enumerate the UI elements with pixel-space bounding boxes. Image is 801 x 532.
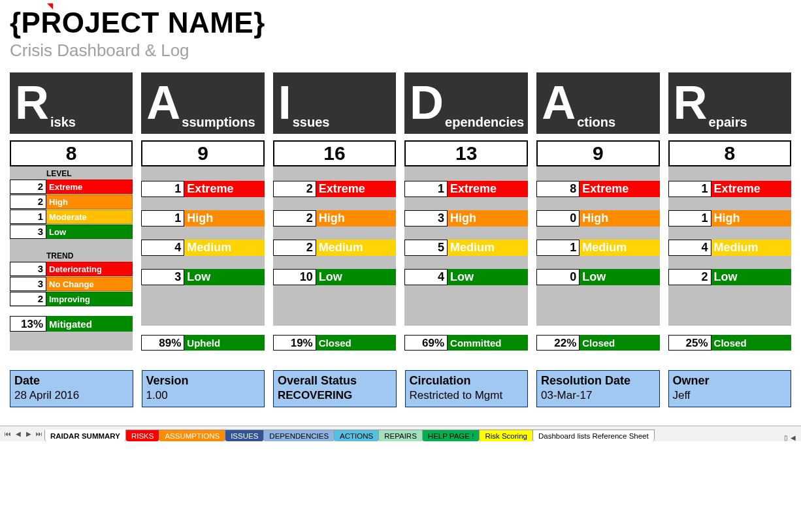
trend-row: 3No Change [10,277,133,291]
level-row: 1Medium [536,240,659,256]
level-row: 5Medium [404,240,528,256]
raidar-column-repairs: Repairs81Extreme1High4Medium2Low25%Close… [668,72,791,351]
level-count: 1 [141,181,184,197]
info-box-circulation: CirculationRestricted to Mgmt [405,370,529,407]
level-label: Low [184,269,264,285]
raidar-column-dependencies: Dependencies131Extreme3High5Medium4Low69… [404,72,528,351]
info-label: Resolution Date [541,373,655,388]
level-label: High [46,195,133,209]
level-count: 4 [668,240,711,256]
level-label: Extreme [46,180,133,194]
level-count: 3 [10,225,46,239]
level-label: High [580,210,659,227]
header-word: isks [50,115,76,134]
percent-label: Closed [580,335,659,351]
percent-value: 69% [404,335,448,351]
level-header: LEVEL [10,166,133,180]
page-subtitle: Crisis Dashboard & Log [10,40,791,61]
tab-nav-last-icon[interactable]: ⏭ [34,427,44,441]
level-count: 5 [404,240,448,256]
trend-header: TREND [10,240,133,262]
level-row: 2High [10,195,133,209]
info-box-date: Date28 April 2016 [10,370,133,407]
level-row: 10Low [273,269,396,285]
sheet-tab-dependencies[interactable]: DEPENDENCIES [263,430,335,441]
sheet-tab-issues[interactable]: ISSUES [225,430,264,441]
level-label: Extreme [316,181,396,197]
info-value: Jeff [673,388,787,403]
tab-scroll-divider-icon[interactable]: ▯ [784,434,788,441]
percent-value: 13% [10,316,46,332]
level-count: 10 [273,269,316,285]
count-value: 16 [273,140,396,166]
level-label: High [184,210,264,227]
sheet-tab-risks[interactable]: RISKS [125,430,160,441]
sheet-tab-actions[interactable]: ACTIONS [334,430,379,441]
level-row: 3Low [141,269,264,285]
info-value: 28 April 2016 [14,388,129,403]
raidar-column-actions: Actions98Extreme0High1Medium0Low22%Close… [536,72,659,351]
level-count: 2 [273,210,316,227]
level-count: 2 [10,195,46,209]
percent-value: 22% [536,335,580,351]
column-header: Assumptions [141,72,264,134]
info-value: 1.00 [146,388,261,403]
level-row: 2Medium [273,240,396,256]
level-row: 2Extreme [273,181,396,197]
percent-label: Closed [316,335,396,351]
header-word: ssues [293,115,330,134]
info-box-resolution-date: Resolution Date03-Mar-17 [536,370,660,407]
sheet-tab-dashboard-lists-reference-sheet[interactable]: Dashboard lists Reference Sheet [532,430,655,441]
tab-scroll-left-icon[interactable]: ◀ [791,434,796,441]
level-count: 1 [668,210,711,227]
level-row: 1Extreme [141,181,264,197]
percent-row: 89%Upheld [141,334,264,351]
level-row: 0High [536,210,659,227]
header-letter: A [146,79,180,126]
sheet-tab-assumptions[interactable]: ASSUMPTIONS [159,430,225,441]
trend-label: No Change [46,277,133,291]
info-label: Circulation [410,373,524,388]
level-row: 4Medium [141,240,264,256]
header-word: ssumptions [182,115,255,134]
level-label: High [711,210,791,227]
level-label: Low [711,269,791,285]
level-label: High [316,210,396,227]
raidar-column-risks: Risks8LEVEL2Extreme2High1Moderate3LowTRE… [10,72,133,351]
level-row: 4Low [404,269,528,285]
level-row: 2Low [668,269,791,285]
count-value: 8 [668,140,791,166]
level-row: 8Extreme [536,181,659,197]
level-count: 1 [10,210,46,224]
sheet-tab-help-page-[interactable]: HELP PAGE ! [422,430,480,441]
level-row: 3High [404,210,528,227]
level-label: Extreme [711,181,791,197]
raidar-column-assumptions: Assumptions91Extreme1High4Medium3Low89%U… [141,72,264,351]
header-word: ctions [577,115,615,134]
level-row: 4Medium [668,240,791,256]
sheet-tab-repairs[interactable]: REPAIRS [378,430,423,441]
percent-value: 89% [141,335,184,351]
header-letter: A [542,79,576,126]
sheet-tab-risk-scoring[interactable]: Risk Scoring [479,430,533,441]
trend-label: Deteriorating [46,262,133,276]
tab-nav-first-icon[interactable]: ⏮ [3,427,13,441]
count-value: 8 [10,140,133,166]
trend-label: Improving [46,292,133,306]
info-value: 03-Mar-17 [541,388,655,403]
trend-count: 3 [10,262,46,276]
level-count: 2 [273,181,316,197]
header-word: epairs [709,115,747,134]
info-label: Version [146,373,261,388]
sheet-tab-raidar-summary[interactable]: RAIDAR SUMMARY [44,430,126,441]
count-value: 13 [404,140,528,166]
column-header: Actions [536,72,659,134]
header-word: ependencies [445,115,524,134]
info-box-version: Version1.00 [142,370,265,407]
percent-row: 13%Mitigated [10,315,133,332]
level-label: Low [316,269,396,285]
page-title: {PROJECT NAME} [10,7,791,39]
level-count: 1 [141,210,184,227]
tab-nav-prev-icon[interactable]: ◀ [13,427,24,441]
tab-nav-next-icon[interactable]: ▶ [24,427,34,441]
